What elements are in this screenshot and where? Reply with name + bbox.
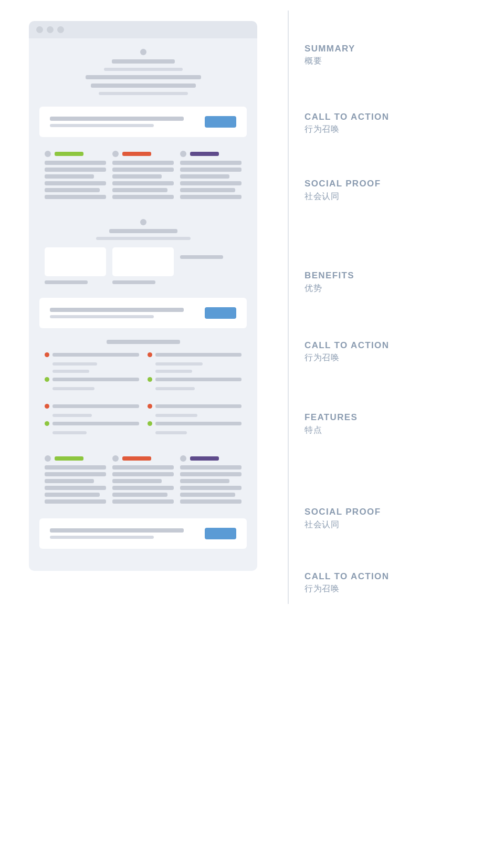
feature-line-1-4 <box>52 422 139 425</box>
cta-lines-2 <box>50 308 198 318</box>
sp2-line1 <box>112 161 174 165</box>
sp-avatar-3 <box>180 151 186 157</box>
vertical-line <box>288 11 289 604</box>
sp2-lines-2 <box>112 465 174 504</box>
cta2-line1 <box>50 308 184 312</box>
sp-card2-2 <box>112 455 174 504</box>
browser-dot-2 <box>47 26 54 33</box>
section-features <box>39 335 247 442</box>
feature-sub-1-1 <box>52 362 97 366</box>
summary-title <box>112 59 175 64</box>
features-title <box>107 340 180 344</box>
sp2-line2 <box>112 168 174 172</box>
feature-line-2-1 <box>155 353 242 357</box>
sp2-avatar-2 <box>112 455 119 462</box>
feature-sub-1-3 <box>52 387 94 390</box>
sp3-line3 <box>180 174 229 179</box>
sp3-line6 <box>180 195 242 199</box>
feature-line-1-3 <box>52 404 139 408</box>
sp2c2-line2 <box>112 472 174 476</box>
sp2c1-line1 <box>45 465 106 470</box>
label-benefits-en: BENEFITS <box>304 270 504 281</box>
benefit-card-2 <box>112 247 174 284</box>
sp-card-1 <box>45 151 106 199</box>
benefit-card-3 <box>180 247 242 284</box>
cta-button-2[interactable] <box>205 307 236 319</box>
feature-line-2-3 <box>155 404 242 408</box>
sp2-name-3 <box>190 456 219 461</box>
sp2c2-line4 <box>112 486 174 490</box>
label-sp1-zh: 社会认同 <box>304 190 504 203</box>
browser-window <box>29 21 257 571</box>
feature-dot-1-2 <box>45 377 49 382</box>
feature-sub-1-5 <box>52 431 87 434</box>
sp-card-header-1 <box>45 151 106 157</box>
cta-line2 <box>50 124 154 127</box>
sp-line5 <box>45 188 100 192</box>
feature-dot-1-4 <box>45 421 49 426</box>
sp2-line3 <box>112 174 162 179</box>
feature-sub-1-2 <box>52 370 89 373</box>
sp2-line6 <box>112 195 174 199</box>
feature-dot-2-3 <box>148 404 152 409</box>
section-cta-2 <box>39 298 247 328</box>
label-summary-en: SUMMARY <box>304 43 504 55</box>
feature-item-1-4 <box>45 421 139 426</box>
benefits-header <box>45 219 242 240</box>
label-benefits-zh: 优势 <box>304 282 504 295</box>
feature-line-2-4 <box>155 422 242 425</box>
section-cta-1 <box>39 107 247 137</box>
benefit-img-2 <box>112 247 174 276</box>
sp2-name-2 <box>122 456 151 461</box>
sp3-line1 <box>180 161 242 165</box>
sp-line2 <box>45 168 106 172</box>
label-cta3-zh: 行为召唤 <box>304 582 504 595</box>
feature-sub-2-1 <box>155 362 203 366</box>
feature-sub-2-5 <box>155 431 187 434</box>
benefits-title <box>109 229 177 233</box>
sp-lines-1 <box>45 161 106 199</box>
feature-item-2-4 <box>148 421 242 426</box>
sp2c1-line3 <box>45 479 94 483</box>
sp2-line5 <box>112 188 167 192</box>
sp2c3-line1 <box>180 465 242 470</box>
benefit-img-1 <box>45 247 106 276</box>
feature-item-1-2 <box>45 377 139 382</box>
sp2c3-line2 <box>180 472 242 476</box>
cta-button-1[interactable] <box>205 116 236 128</box>
section-social-proof-1 <box>39 143 247 206</box>
feature-sub-2-2 <box>155 370 192 373</box>
sp-card-header-3 <box>180 151 242 157</box>
sp2c3-line6 <box>180 499 242 504</box>
browser-dot-1 <box>36 26 43 33</box>
cta-button-3[interactable] <box>205 528 236 539</box>
sp2-name-1 <box>55 456 83 461</box>
summary-line1 <box>86 75 201 79</box>
sp-card2-3 <box>180 455 242 504</box>
cta3-line2 <box>50 536 154 539</box>
sp-card2-header-2 <box>112 455 174 462</box>
cta-lines-1 <box>50 117 198 127</box>
feature-sub-1-4 <box>52 414 92 417</box>
feature-sub-2-3 <box>155 387 195 390</box>
section-cta-3 <box>39 518 247 549</box>
sp-card2-header-1 <box>45 455 106 462</box>
feature-line-1-2 <box>52 378 139 381</box>
label-summary-zh: 概要 <box>304 55 504 67</box>
feature-sub-2-4 <box>155 414 197 417</box>
summary-subtitle <box>104 68 183 71</box>
sp-line3 <box>45 174 94 179</box>
label-benefits: BENEFITS 优势 <box>278 234 504 331</box>
label-summary: SUMMARY 概要 <box>278 11 504 100</box>
sp2c3-line4 <box>180 486 242 490</box>
label-sp2-en: SOCIAL PROOF <box>304 506 504 518</box>
cta3-line1 <box>50 528 184 533</box>
browser-dot-3 <box>57 26 64 33</box>
sp-card-2 <box>112 151 174 199</box>
benefits-cards <box>45 247 242 284</box>
cta-box-1 <box>39 107 247 137</box>
label-sp2: SOCIAL PROOF 社会认同 <box>278 475 504 562</box>
sp2c2-line3 <box>112 479 162 483</box>
sp3-line2 <box>180 168 242 172</box>
cta2-line2 <box>50 315 154 318</box>
